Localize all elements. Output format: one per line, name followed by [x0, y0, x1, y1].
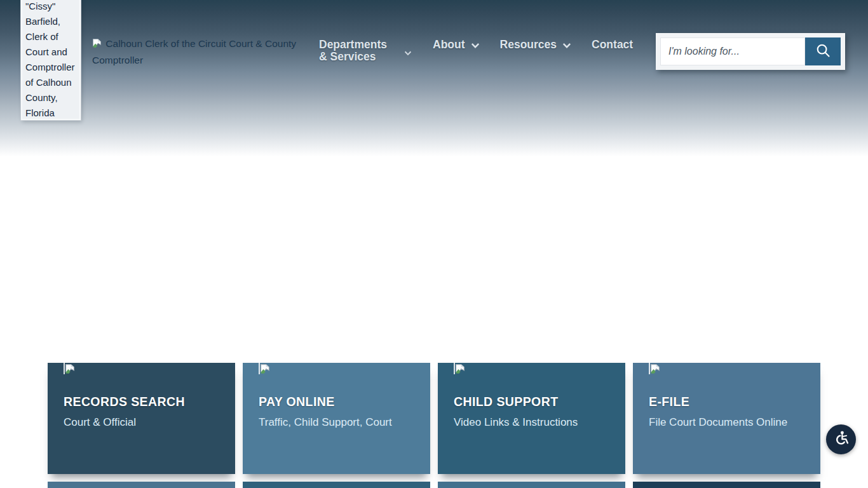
quick-links-row-2-partial: [48, 482, 820, 488]
quick-link-card-pay-online[interactable]: PAY ONLINE Traffic, Child Support, Court: [243, 363, 430, 474]
accessibility-widget-button[interactable]: [826, 424, 856, 454]
site-logo-alt-text: Calhoun Clerk of the Circuit Court & Cou…: [92, 38, 296, 65]
header-gradient-background: [0, 0, 868, 161]
broken-image-icon: [649, 362, 650, 374]
clerk-photo-broken-image: "Cissy" Barfield, Clerk of Court and Com…: [21, 0, 81, 120]
nav-item-about[interactable]: About: [433, 39, 480, 51]
quick-link-card-partial-4[interactable]: [633, 482, 820, 488]
search-input[interactable]: [660, 37, 805, 65]
quick-link-card-child-support[interactable]: CHILD SUPPORT Video Links & Instructions: [438, 363, 625, 474]
quick-link-subtitle: File Court Documents Online: [649, 416, 804, 429]
quick-link-title: E-FILE: [649, 395, 804, 409]
chevron-down-icon: [562, 43, 571, 49]
wheelchair-icon: [832, 430, 850, 449]
quick-link-subtitle: Traffic, Child Support, Court: [259, 416, 414, 429]
quick-link-title: PAY ONLINE: [259, 395, 414, 409]
clerk-photo-alt-text: "Cissy" Barfield, Clerk of Court and Com…: [25, 1, 75, 118]
quick-link-card-e-file[interactable]: E-FILE File Court Documents Online: [633, 363, 820, 474]
quick-link-card-partial-1[interactable]: [48, 482, 235, 488]
broken-image-icon: [259, 362, 260, 374]
quick-link-subtitle: Video Links & Instructions: [454, 416, 609, 429]
quick-link-title: RECORDS SEARCH: [64, 395, 219, 409]
magnifier-icon: [815, 42, 832, 61]
nav-item-departments-services[interactable]: Departments & Services: [319, 39, 412, 63]
site-logo-link[interactable]: Calhoun Clerk of the Circuit Court & Cou…: [92, 36, 309, 68]
nav-item-label: Contact: [592, 39, 633, 51]
quick-link-card-records-search[interactable]: RECORDS SEARCH Court & Official: [48, 363, 235, 474]
nav-item-label: Departments & Services: [319, 39, 398, 63]
broken-image-icon: [64, 362, 65, 374]
broken-image-icon: [92, 37, 102, 53]
nav-item-contact[interactable]: Contact: [592, 39, 633, 51]
quick-links-row: RECORDS SEARCH Court & Official PAY ONLI…: [48, 363, 820, 474]
nav-item-resources[interactable]: Resources: [500, 39, 572, 51]
quick-link-card-partial-2[interactable]: [243, 482, 430, 488]
nav-item-label: About: [433, 39, 465, 51]
chevron-down-icon: [404, 51, 412, 57]
quick-link-title: CHILD SUPPORT: [454, 395, 609, 409]
broken-image-icon: [454, 362, 455, 374]
chevron-down-icon: [471, 43, 480, 49]
nav-item-label: Resources: [500, 39, 557, 51]
quick-link-subtitle: Court & Official: [64, 416, 219, 429]
main-navigation: Departments & Services About Resources C…: [319, 39, 633, 63]
search-button[interactable]: [805, 37, 841, 65]
quick-link-card-partial-3[interactable]: [438, 482, 625, 488]
site-search: [656, 33, 845, 70]
